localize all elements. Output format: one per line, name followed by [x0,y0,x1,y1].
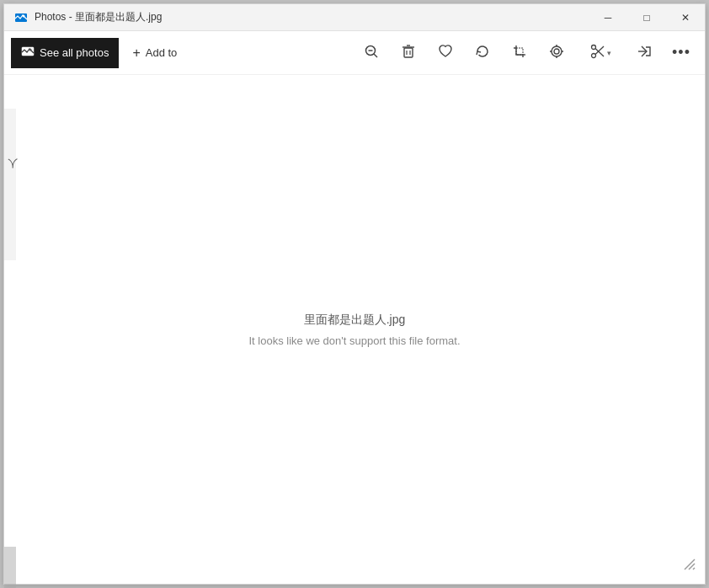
error-container: 里面都是出题人.jpg It looks like we don't suppo… [248,313,460,347]
enhance-icon [549,44,564,62]
maximize-button[interactable]: □ [627,4,666,31]
photos-icon [21,45,35,61]
svg-rect-7 [404,48,413,57]
error-filename: 里面都是出题人.jpg [304,313,406,328]
toolbar: See all photos + Add to [4,31,705,75]
add-icon: + [132,45,140,61]
rotate-button[interactable] [466,38,499,68]
title-bar-left: Photos - 里面都是出题人.jpg [14,10,162,24]
close-button[interactable]: ✕ [666,4,705,31]
delete-icon [401,44,416,62]
svg-line-25 [693,568,695,569]
edit-draw-button[interactable]: ▾ [577,38,624,68]
dropdown-arrow-icon: ▾ [607,49,611,57]
see-all-photos-button[interactable]: See all photos [11,38,119,68]
more-button[interactable]: ••• [664,38,698,68]
photos-window: Photos - 里面都是出题人.jpg ─ □ ✕ See a [3,3,706,585]
svg-point-20 [591,45,595,49]
add-to-label: Add to [146,46,178,59]
left-edge-thumbnail [4,547,16,588]
see-all-photos-label: See all photos [40,46,109,59]
share-button[interactable] [627,38,661,68]
heart-icon [438,44,453,62]
enhance-button[interactable] [540,38,573,68]
svg-point-13 [552,46,562,56]
content-area: 人 里面都是出题人.jpg It looks like we don't sup… [4,75,705,584]
more-icon: ••• [672,44,690,61]
error-message: It looks like we don't support this file… [248,334,460,347]
svg-line-6 [374,54,377,57]
title-bar: Photos - 里面都是出题人.jpg ─ □ ✕ [4,4,705,31]
crop-icon [512,44,527,62]
zoom-out-icon [364,44,379,62]
svg-point-19 [591,53,595,57]
delete-button[interactable] [392,38,425,68]
favorite-button[interactable] [429,38,462,68]
share-icon [637,44,652,62]
left-edge-panel [4,109,16,260]
svg-point-3 [29,49,32,51]
rotate-icon [475,44,490,62]
svg-point-1 [23,14,25,17]
crop-button[interactable] [503,38,536,68]
minimize-button[interactable]: ─ [589,4,627,31]
svg-rect-12 [516,48,523,55]
scissors-icon [590,44,605,62]
svg-point-14 [554,49,559,54]
resize-icon[interactable] [681,556,698,577]
zoom-out-button[interactable] [354,38,388,68]
window-title: Photos - 里面都是出题人.jpg [35,10,162,24]
add-to-button[interactable]: + Add to [122,38,187,68]
app-icon [14,11,28,24]
title-bar-controls: ─ □ ✕ [589,4,705,31]
